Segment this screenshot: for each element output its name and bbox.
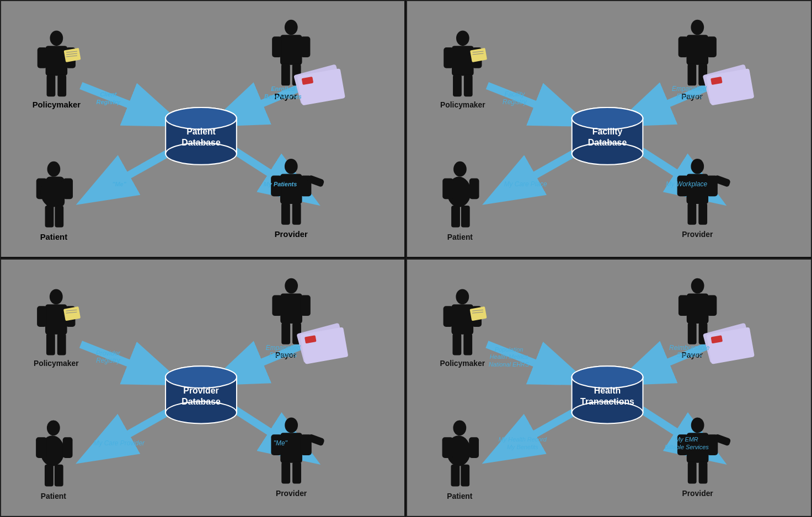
svg-point-92 [691, 159, 704, 174]
svg-rect-171 [444, 306, 453, 327]
svg-text:Policymaker: Policymaker [33, 100, 81, 109]
svg-rect-142 [55, 465, 63, 487]
svg-text:Provider: Provider [276, 489, 307, 498]
svg-point-38 [41, 177, 65, 207]
svg-text:My Health Record: My Health Record [499, 436, 547, 443]
svg-rect-66 [452, 46, 474, 76]
svg-text:My Care Place: My Care Place [504, 180, 547, 188]
svg-rect-36 [45, 206, 54, 228]
svg-rect-45 [292, 203, 301, 225]
svg-rect-140 [63, 437, 73, 458]
svg-rect-170 [451, 304, 473, 335]
svg-text:Enrolled: Enrolled [271, 85, 295, 92]
svg-text:Provider: Provider [682, 489, 713, 498]
svg-text:My Benefits: My Benefits [507, 444, 538, 450]
svg-text:Policymaker: Policymaker [440, 100, 485, 109]
svg-point-169 [456, 289, 469, 305]
svg-rect-23 [280, 35, 302, 64]
svg-text:"Me": "Me" [112, 181, 126, 187]
quadrant-facility-db: Facility Database Policymaker [406, 0, 812, 258]
svg-rect-201 [699, 462, 708, 484]
svg-rect-191 [442, 437, 453, 458]
svg-rect-183 [688, 322, 697, 344]
svg-rect-93 [686, 174, 708, 204]
svg-rect-24 [272, 36, 282, 57]
svg-rect-145 [280, 433, 302, 463]
svg-text:My Care Provider: My Care Provider [94, 439, 145, 447]
svg-rect-122 [57, 333, 66, 356]
svg-rect-70 [464, 75, 473, 97]
svg-point-166 [572, 366, 643, 388]
svg-rect-180 [687, 293, 709, 324]
svg-text:Provider: Provider [682, 230, 713, 239]
svg-rect-192 [469, 437, 479, 458]
svg-text:Health Metrics: Health Metrics [490, 353, 528, 360]
svg-rect-35 [63, 179, 73, 200]
svg-point-32 [47, 161, 61, 177]
svg-point-179 [691, 278, 704, 294]
svg-text:Billable Services: Billable Services [665, 444, 709, 450]
svg-rect-182 [707, 295, 717, 316]
svg-text:Patient: Patient [40, 233, 67, 241]
svg-text:Providers: Providers [269, 351, 297, 359]
svg-rect-141 [45, 465, 54, 487]
svg-rect-118 [45, 304, 67, 335]
svg-text:My Workplace: My Workplace [666, 180, 708, 188]
svg-text:Facilities: Facilities [676, 93, 702, 100]
svg-rect-121 [46, 333, 55, 356]
svg-rect-128 [280, 293, 302, 324]
svg-rect-25 [301, 36, 311, 57]
svg-point-189 [453, 420, 466, 435]
svg-rect-173 [452, 333, 461, 356]
quadrant-patient-db: Patient Database Policymaker [0, 0, 406, 258]
svg-text:Empanelled: Empanelled [672, 85, 707, 93]
svg-text:Registry: Registry [96, 357, 121, 364]
svg-rect-26 [281, 64, 290, 86]
svg-point-75 [691, 20, 704, 35]
quadrant-health-transactions: Health Transactions Policymaker [406, 258, 812, 517]
svg-rect-97 [698, 203, 707, 225]
svg-rect-90 [461, 206, 470, 228]
svg-rect-67 [444, 47, 453, 68]
svg-point-65 [456, 30, 469, 46]
svg-rect-149 [292, 462, 301, 484]
svg-rect-41 [280, 174, 302, 204]
svg-point-196 [691, 418, 704, 433]
diagram-grid: Patient Database Policymaker [0, 0, 812, 517]
svg-text:Beneficiaries: Beneficiaries [264, 93, 302, 100]
svg-text:National EHRS: National EHRS [489, 361, 530, 368]
svg-rect-96 [687, 203, 696, 225]
svg-rect-76 [686, 35, 708, 64]
svg-rect-16 [57, 75, 66, 97]
svg-text:Registry: Registry [97, 99, 121, 105]
svg-text:Patient: Patient [447, 233, 473, 241]
svg-rect-200 [688, 462, 697, 484]
svg-point-117 [50, 289, 63, 305]
svg-text:Provider: Provider [96, 349, 121, 357]
svg-rect-181 [679, 295, 688, 316]
svg-point-62 [572, 107, 643, 130]
svg-rect-78 [707, 36, 717, 57]
svg-text:Reimbursable: Reimbursable [669, 344, 710, 352]
svg-text:Provider: Provider [183, 386, 218, 395]
quadrant-provider-db: Provider Database Policymaker [0, 258, 406, 517]
svg-rect-15 [47, 75, 56, 97]
svg-rect-44 [281, 203, 290, 225]
svg-text:Provider: Provider [275, 230, 308, 239]
svg-text:Empanelled: Empanelled [266, 344, 301, 352]
svg-point-22 [285, 20, 298, 35]
svg-rect-37 [55, 206, 63, 228]
svg-text:Database: Database [588, 138, 627, 147]
svg-rect-77 [679, 36, 688, 57]
svg-rect-87 [442, 179, 453, 200]
svg-point-144 [285, 418, 298, 433]
svg-text:Patient: Patient [447, 492, 473, 500]
svg-text:My EMR: My EMR [675, 436, 698, 443]
svg-rect-119 [37, 306, 47, 327]
svg-rect-148 [281, 462, 290, 484]
svg-point-40 [285, 159, 298, 174]
svg-rect-69 [453, 75, 462, 97]
svg-text:Population: Population [495, 346, 523, 353]
svg-point-11 [50, 30, 63, 46]
svg-rect-13 [38, 47, 47, 68]
